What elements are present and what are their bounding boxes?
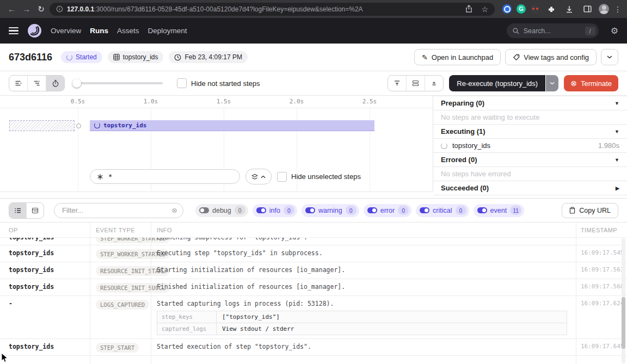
extension-icon-dark[interactable]	[531, 4, 540, 14]
reexecute-button[interactable]: Re-execute (topstory_ids)	[449, 75, 545, 91]
log-timestamp	[576, 238, 627, 245]
timed-view-button[interactable]	[46, 76, 64, 91]
level-toggle-debug[interactable]: debug 0	[195, 204, 248, 217]
mouse-cursor	[1, 353, 8, 363]
bookmark-star-icon[interactable]: ☆	[481, 5, 488, 14]
gantt-bar-label: topstory_ids	[103, 122, 146, 129]
log-op: topstory_ids	[0, 279, 90, 294]
toggle-icon	[367, 207, 377, 213]
extension-icon-grammarly[interactable]: G	[517, 4, 526, 14]
side-panel-icon[interactable]	[581, 5, 594, 13]
nav-item-overview[interactable]: Overview	[51, 27, 81, 35]
log-timestamp[interactable]: 16:09:17.545	[576, 245, 627, 262]
step-selector-input[interactable]: *	[90, 169, 240, 184]
reload-icon[interactable]: ↻	[35, 0, 47, 18]
section-errored[interactable]: Errored (0) ▼	[433, 153, 627, 167]
metadata-row: captured_logs View stdout / stderr	[157, 323, 567, 335]
hide-not-started-checkbox[interactable]	[177, 78, 187, 88]
dagster-logo[interactable]	[27, 23, 42, 38]
profile-avatar[interactable]	[599, 4, 609, 14]
tag-icon	[513, 54, 520, 61]
preparing-empty-text: No steps are waiting to execute	[433, 110, 627, 125]
level-toggle-critical[interactable]: critical 0	[416, 204, 469, 217]
log-filter-input[interactable]	[61, 206, 171, 215]
level-toggle-event[interactable]: event 11	[474, 204, 525, 217]
open-in-launchpad-button[interactable]: ✎ Open in Launchpad	[414, 49, 501, 65]
log-row[interactable]: topstory_ids STEP_START Started executio…	[0, 339, 627, 356]
site-info-icon[interactable]	[56, 5, 63, 13]
step-name[interactable]: topstory_ids	[452, 141, 490, 150]
log-scrollbar-thumb[interactable]	[622, 297, 625, 349]
section-preparing[interactable]: Preparing (0) ▼	[433, 96, 627, 110]
clear-filter-icon[interactable]: ⊗	[171, 206, 177, 214]
view-tags-config-button[interactable]: View tags and config	[505, 49, 597, 65]
log-info: Started execution of step "topstory_ids"…	[151, 339, 576, 355]
caret-down-icon: ▼	[614, 157, 619, 163]
level-toggle-warning[interactable]: warning 0	[302, 204, 359, 217]
gantt-unstarted-placeholder	[9, 120, 75, 131]
reexecute-caret-button[interactable]	[546, 75, 558, 91]
forward-icon[interactable]: →	[20, 0, 33, 18]
chrome-menu-icon[interactable]: ⋮	[614, 5, 622, 14]
nav-item-assets[interactable]: Assets	[117, 27, 139, 35]
toggle-icon	[305, 207, 315, 213]
hide-unselected-checkbox[interactable]	[277, 172, 287, 182]
view-stdout-stderr-link[interactable]: View stdout / stderr	[217, 323, 299, 335]
nav-item-runs[interactable]: Runs	[90, 27, 108, 35]
slider-track[interactable]	[72, 82, 163, 84]
log-timestamp[interactable]: 16:09:17.563	[576, 262, 627, 279]
hamburger-menu-icon[interactable]	[9, 27, 19, 35]
collapse-down-button[interactable]	[388, 76, 406, 91]
log-row-clipped[interactable]: topstory_ids STEP_WORKER_STARTI… Launchi…	[0, 238, 627, 245]
run-main: 0.5s 1.0s 1.5s 2.0s 2.5s topstory_ids *	[0, 96, 627, 198]
download-icon[interactable]	[563, 5, 576, 13]
log-structured-view-button[interactable]	[26, 203, 44, 218]
gantt-dependency-dot	[76, 124, 81, 128]
share-icon[interactable]	[465, 5, 472, 13]
level-toggle-error[interactable]: error 0	[364, 204, 411, 217]
log-timestamp[interactable]: 16:09:17.624	[576, 296, 627, 338]
job-name-tag[interactable]: topstory_ids	[108, 51, 164, 63]
section-succeeded[interactable]: Succeeded (0) ▶	[433, 181, 627, 195]
log-row[interactable]: topstory_ids STEP_WORKER_STARTED Executi…	[0, 245, 627, 262]
errored-empty-text: No steps have errored	[433, 167, 627, 181]
log-info: Finished initialization of resources [io…	[151, 279, 576, 295]
log-row-logs-captured[interactable]: - LOGS_CAPTURED Started capturing logs i…	[0, 296, 627, 339]
toggle-icon	[477, 207, 487, 213]
toggle-icon	[256, 207, 266, 213]
run-id: 673d6116	[9, 52, 52, 63]
chevron-down-icon	[607, 55, 612, 59]
executing-step-row[interactable]: topstory_ids 1.980s	[433, 139, 627, 153]
level-count-badge: 0	[346, 206, 356, 215]
log-timestamp[interactable]: 16:09:17.645	[576, 339, 627, 355]
run-header: 673d6116 Started topstory_ids Feb 23, 4:…	[0, 44, 627, 71]
back-icon[interactable]: ←	[5, 0, 18, 18]
rows-button[interactable]	[406, 76, 425, 91]
gantt-step-bar[interactable]: topstory_ids	[90, 120, 374, 131]
log-list-view-button[interactable]	[9, 203, 26, 218]
address-bar[interactable]: 127.0.0.1:3000/runs/673d6116-0528-45df-a…	[50, 3, 495, 16]
section-executing[interactable]: Executing (1) ▼	[433, 125, 627, 139]
log-filter-field[interactable]: ⊗	[54, 203, 183, 218]
gantt-zoom-slider[interactable]	[72, 79, 163, 88]
graph-query-button[interactable]	[245, 169, 272, 184]
eject-up-button[interactable]	[425, 76, 443, 91]
settings-gear-icon[interactable]: ⚙	[611, 26, 618, 36]
slider-knob[interactable]	[72, 79, 81, 88]
log-info: Starting initialization of resources [io…	[151, 262, 576, 279]
flat-view-button[interactable]	[9, 76, 27, 91]
col-op: OP	[0, 227, 90, 233]
log-timestamp[interactable]: 16:09:17.568	[576, 279, 627, 295]
metadata-value: ["topstory_ids"]	[217, 311, 285, 323]
search-input[interactable]: Search... /	[507, 23, 599, 38]
log-row[interactable]: topstory_ids RESOURCE_INIT_STAR… Startin…	[0, 262, 627, 279]
log-row[interactable]: topstory_ids RESOURCE_INIT_SUCC… Finishe…	[0, 279, 627, 296]
terminate-button[interactable]: ⊗ Terminate	[564, 75, 618, 91]
nav-item-deployment[interactable]: Deployment	[148, 27, 187, 35]
run-actions-chevron-button[interactable]	[601, 49, 618, 65]
waterfall-view-button[interactable]	[27, 76, 46, 91]
extensions-puzzle-icon[interactable]	[545, 5, 558, 13]
copy-url-button[interactable]: Copy URL	[562, 203, 618, 218]
level-toggle-info[interactable]: info 0	[253, 204, 297, 217]
extension-icon-blue[interactable]	[502, 4, 512, 14]
